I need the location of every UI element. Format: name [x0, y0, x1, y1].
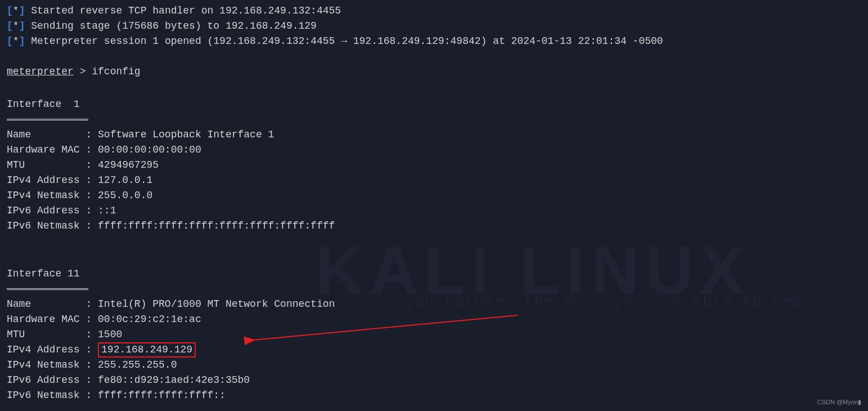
row-value: ffff:ffff:ffff:ffff:: [98, 390, 226, 401]
row-separator: : [86, 329, 98, 340]
interface-row: IPv6 Address : ::1 [7, 203, 861, 218]
row-separator: : [86, 220, 98, 231]
row-separator: : [86, 205, 98, 216]
row-label: MTU [7, 158, 86, 173]
row-label: IPv6 Netmask [7, 218, 86, 234]
row-separator: : [86, 390, 98, 401]
row-value: ffff:ffff:ffff:ffff:ffff:ffff:ffff:ffff [98, 220, 335, 231]
status-line: [*] Sending stage (175686 bytes) to 192.… [7, 19, 861, 34]
row-label: MTU [7, 327, 86, 342]
row-value: 00:0c:29:c2:1e:ac [98, 314, 201, 325]
interface-row: IPv6 Address : fe80::d929:1aed:42e3:35b0 [7, 373, 861, 388]
interface-row: IPv4 Address : 127.0.0.1 [7, 173, 861, 188]
row-value: Software Loopback Interface 1 [98, 129, 274, 140]
row-value: 127.0.0.1 [98, 175, 152, 186]
row-separator: : [86, 190, 98, 201]
interface-row: Hardware MAC : 00:00:00:00:00:00 [7, 142, 861, 158]
row-value: 255.0.0.0 [98, 190, 152, 201]
bracket-close: ] [19, 5, 25, 16]
row-value: 00:00:00:00:00:00 [98, 144, 201, 155]
interface-row: IPv4 Address : 192.168.249.129 [7, 342, 861, 358]
row-value: fe80::d929:1aed:42e3:35b0 [98, 374, 250, 386]
row-value: ::1 [98, 205, 116, 216]
highlighted-ipv4-address: 192.168.249.129 [98, 342, 196, 358]
interface-header: Interface 1 [7, 97, 861, 112]
row-separator: : [86, 129, 98, 140]
row-label: IPv6 Address [7, 373, 86, 388]
status-text: Started reverse TCP handler on 192.168.2… [25, 5, 341, 16]
row-separator: : [86, 359, 98, 370]
row-value: Intel(R) PRO/1000 MT Network Connection [98, 298, 335, 310]
bracket-open: [ [7, 35, 13, 47]
status-line: [*] Started reverse TCP handler on 192.1… [7, 3, 861, 19]
row-separator: : [86, 314, 98, 325]
interface-row: Hardware MAC : 00:0c:29:c2:1e:ac [7, 312, 861, 327]
row-label: IPv4 Netmask [7, 188, 86, 203]
interface-header: Interface 11 [7, 266, 861, 282]
row-label: IPv6 Netmask [7, 388, 86, 403]
status-text: Meterpreter session 1 opened (192.168.24… [25, 35, 663, 47]
interface-row: IPv6 Netmask : ffff:ffff:ffff:ffff:: [7, 388, 861, 403]
row-value: 1500 [98, 329, 122, 340]
row-separator: : [86, 374, 98, 386]
row-label: Name [7, 297, 86, 312]
row-separator: : [86, 159, 98, 171]
prompt-command: ifconfig [92, 66, 140, 77]
interface-row: IPv4 Netmask : 255.0.0.0 [7, 188, 861, 203]
status-star-icon: * [13, 35, 19, 47]
interface-row: MTU : 4294967295 [7, 158, 861, 173]
row-value: 4294967295 [98, 159, 159, 171]
bracket-close: ] [19, 35, 25, 47]
row-label: IPv4 Netmask [7, 358, 86, 373]
prompt-name: meterpreter [7, 66, 74, 77]
status-star-icon: * [13, 5, 19, 16]
row-separator: : [86, 144, 98, 155]
interface-divider [7, 288, 88, 291]
prompt-separator: > [74, 66, 92, 77]
bracket-open: [ [7, 5, 13, 16]
interface-row: Name : Software Loopback Interface 1 [7, 127, 861, 142]
interface-row: Name : Intel(R) PRO/1000 MT Network Conn… [7, 297, 861, 312]
row-separator: : [86, 175, 98, 186]
row-separator: : [86, 344, 98, 355]
row-label: Hardware MAC [7, 312, 86, 327]
status-star-icon: * [13, 20, 19, 32]
bracket-open: [ [7, 20, 13, 32]
row-label: IPv4 Address [7, 173, 86, 188]
row-value: 255.255.255.0 [98, 359, 177, 370]
row-label: IPv6 Address [7, 203, 86, 218]
status-text: Sending stage (175686 bytes) to 192.168.… [25, 20, 316, 32]
row-separator: : [86, 298, 98, 310]
interface-row: MTU : 1500 [7, 327, 861, 342]
interface-row: IPv6 Netmask : ffff:ffff:ffff:ffff:ffff:… [7, 218, 861, 234]
watermark-text: CSDN @Myon▮ [817, 397, 861, 407]
bracket-close: ] [19, 20, 25, 32]
row-label: Name [7, 127, 86, 142]
prompt-line[interactable]: meterpreter > ifconfig [7, 64, 861, 79]
row-label: Hardware MAC [7, 142, 86, 158]
row-label: IPv4 Address [7, 342, 86, 358]
terminal-output: [*] Started reverse TCP handler on 192.1… [7, 3, 861, 411]
interface-row: IPv4 Netmask : 255.255.255.0 [7, 358, 861, 373]
interface-divider [7, 119, 88, 121]
status-line: [*] Meterpreter session 1 opened (192.16… [7, 34, 861, 49]
